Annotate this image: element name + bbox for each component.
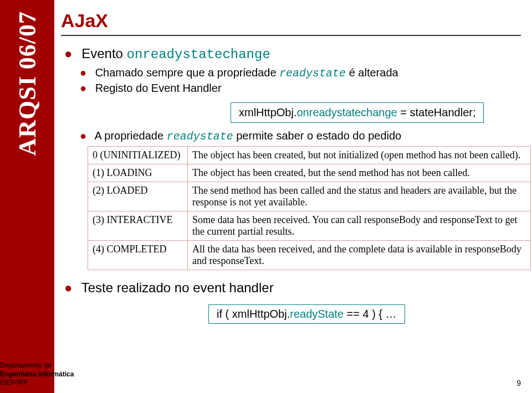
table-row: (1) LOADINGThe object has been created, … bbox=[88, 164, 531, 182]
dept-line1: Departamento de bbox=[0, 361, 74, 370]
bullet-icon: ● bbox=[80, 130, 86, 142]
evento-label: Evento bbox=[81, 46, 123, 61]
table-body: 0 (UNINITIALIZED)The object has been cre… bbox=[88, 147, 531, 270]
table-row: (4) COMPLETEDAll the data has been recei… bbox=[88, 241, 531, 270]
footer-code-b: readyState bbox=[290, 308, 344, 320]
teste-text: Teste realizado no event handler bbox=[81, 280, 274, 295]
sub3-a: A propriedade bbox=[95, 130, 164, 142]
bullet-sub2: ● Registo do Event Handler bbox=[80, 82, 521, 95]
desc-cell: All the data has been received, and the … bbox=[188, 241, 531, 270]
state-cell: (2) LOADED bbox=[88, 182, 188, 211]
evento-code: onreadystatechange bbox=[127, 47, 270, 62]
table-row: (2) LOADEDThe send method has been calle… bbox=[88, 182, 531, 211]
title-rule bbox=[61, 35, 521, 36]
footer-dept: Departamento de Engenharia Informática I… bbox=[0, 361, 74, 387]
sub1-tail: é alterada bbox=[349, 66, 398, 79]
bullet-teste: ● Teste realizado no event handler bbox=[64, 280, 521, 296]
desc-cell: The object has been created, but not ini… bbox=[188, 147, 531, 164]
sub3-code: readystate bbox=[167, 130, 233, 143]
sub2-text: Registo do Event Handler bbox=[95, 82, 222, 94]
page-number: 9 bbox=[516, 379, 521, 387]
slide-content: AJaX ● Evento onreadystatechange ● Chama… bbox=[61, 0, 521, 324]
sub1-code: readystate bbox=[279, 67, 346, 80]
bullet-list: ● Evento onreadystatechange ● Chamado se… bbox=[64, 46, 521, 324]
footer-code-a: if ( xmlHttpObj. bbox=[217, 308, 290, 320]
bullet-icon: ● bbox=[64, 280, 73, 295]
state-cell: (3) INTERACTIVE bbox=[88, 211, 188, 241]
bullet-icon: ● bbox=[80, 66, 86, 79]
bullet-evento: ● Evento onreadystatechange bbox=[64, 46, 521, 62]
dept-line2: Engenharia Informática bbox=[0, 370, 74, 379]
code-box-test: if ( xmlHttpObj.readyState == 4 ) { … bbox=[208, 304, 405, 324]
table-row: 0 (UNINITIALIZED)The object has been cre… bbox=[88, 147, 531, 164]
codebox-mid: onreadystatechange bbox=[296, 106, 397, 118]
bullet-sub1: ● Chamado sempre que a propriedade ready… bbox=[80, 66, 521, 80]
table-row: (3) INTERACTIVESome data has been receiv… bbox=[88, 211, 531, 241]
desc-cell: The send method has been called and the … bbox=[188, 182, 531, 211]
bullet-icon: ● bbox=[80, 82, 86, 94]
slide-title: AJaX bbox=[61, 10, 521, 32]
codebox-suffix: = stateHandler; bbox=[397, 106, 476, 118]
footer-code-c: == 4 ) { … bbox=[344, 308, 397, 320]
readystate-table: 0 (UNINITIALIZED)The object has been cre… bbox=[88, 146, 531, 270]
left-band: ARQSI 06/07 bbox=[0, 0, 54, 393]
left-band-title: ARQSI 06/07 bbox=[13, 11, 42, 156]
desc-cell: Some data has been received. You can cal… bbox=[188, 211, 531, 241]
state-cell: 0 (UNINITIALIZED) bbox=[88, 147, 188, 164]
dept-line3: ISEP/IPP bbox=[0, 379, 74, 387]
bullet-icon: ● bbox=[64, 46, 73, 61]
state-cell: (4) COMPLETED bbox=[88, 241, 188, 270]
sub1-text: Chamado sempre que a propriedade bbox=[95, 66, 277, 79]
state-cell: (1) LOADING bbox=[88, 164, 188, 182]
codebox-prefix: xmlHttpObj. bbox=[239, 106, 296, 118]
code-box-register: xmlHttpObj.onreadystatechange = stateHan… bbox=[231, 102, 484, 123]
bullet-sub3: ● A propriedade readystate permite saber… bbox=[80, 130, 521, 143]
sub3-b: permite saber o estado do pedido bbox=[236, 130, 401, 142]
desc-cell: The object has been created, but the sen… bbox=[188, 164, 531, 182]
